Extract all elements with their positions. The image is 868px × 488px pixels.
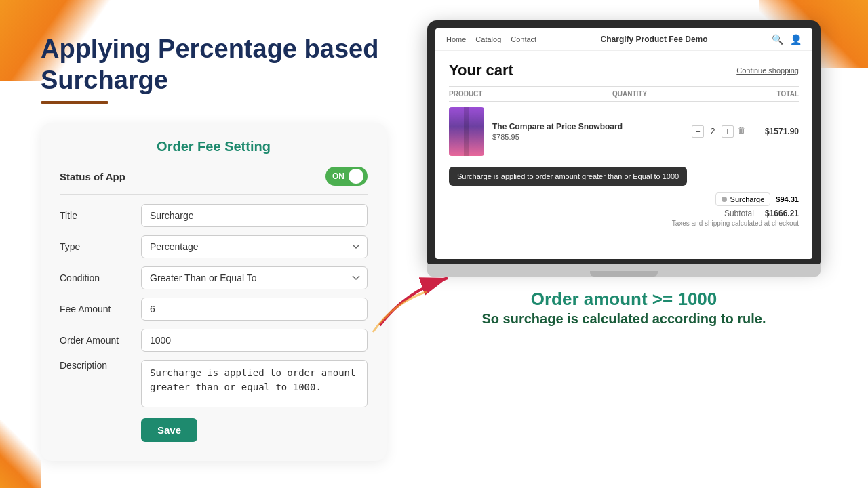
product-price: $785.95 [492,133,684,141]
search-icon[interactable]: 🔍 [772,34,783,45]
title-underline [41,101,108,104]
bottom-line2: So surchage is calculated according to r… [407,311,841,327]
surcharge-badge: Surcharge [715,192,771,206]
store-navbar: Home Catalog Contact Chargify Product Fe… [435,28,812,51]
fee-amount-label: Fee Amount [60,304,134,314]
cart-title: Your cart [449,62,513,79]
order-amount-label: Order Amount [60,335,134,346]
fee-amount-field-row: Fee Amount [60,298,368,321]
title-input[interactable] [141,204,368,227]
account-icon[interactable]: 👤 [790,34,802,45]
cart-content: Your cart Continue shopping PRODUCT QUAN… [435,51,812,238]
description-label: Description [60,360,134,371]
title-field-row: Title [60,204,368,227]
product-info: The Compare at Price Snowboard $785.95 [492,122,684,141]
page-title: Applying Percentage based Surcharge [41,34,387,96]
quantity-controls: − 2 + 🗑 [692,125,750,138]
description-field-row: Description Surcharge is applied to orde… [60,360,368,407]
surcharge-tooltip: Surcharge is applied to order amount gre… [449,167,687,186]
product-image [449,107,484,156]
subtotal-row: Subtotal $1666.21 [449,209,799,218]
nav-link-contact[interactable]: Contact [511,35,536,43]
toggle-circle [349,169,363,184]
delete-item-btn[interactable]: 🗑 [738,125,750,138]
tax-note: Taxes and shipping calculated at checkou… [449,220,799,227]
laptop-base [427,264,821,277]
nav-link-catalog[interactable]: Catalog [475,35,501,43]
store-nav-icons: 🔍 👤 [772,34,802,45]
order-amount-input[interactable] [141,329,368,352]
laptop-screen-outer: Home Catalog Contact Chargify Product Fe… [427,20,821,264]
toggle-label: ON [332,171,344,181]
order-amount-field-row: Order Amount [60,329,368,352]
type-field-label: Type [60,241,134,252]
type-field-row: Type Percentage [60,235,368,258]
save-button[interactable]: Save [141,418,197,442]
col-product: PRODUCT [449,90,482,98]
status-toggle[interactable]: ON [326,167,368,186]
col-quantity: QUANTITY [612,90,647,98]
subtotal-value: $1666.21 [765,209,799,218]
bottom-text: Order amount >= 1000 So surchage is calc… [407,289,841,327]
status-row: Status of App ON [60,167,368,195]
bottom-line1: Order amount >= 1000 [407,289,841,310]
col-total: TOTAL [777,90,799,98]
laptop-screen-inner: Home Catalog Contact Chargify Product Fe… [435,28,812,259]
continue-shopping-link[interactable]: Continue shopping [736,66,799,75]
nav-link-home[interactable]: Home [446,35,466,43]
product-name: The Compare at Price Snowboard [492,122,684,131]
cart-title-row: Your cart Continue shopping [449,62,799,79]
description-textarea[interactable]: Surcharge is applied to order amount gre… [141,360,368,407]
qty-decrease-btn[interactable]: − [692,125,704,138]
condition-select[interactable]: Greater Than or Equal To [141,266,368,289]
tooltip-area: Surcharge is applied to order amount gre… [449,163,799,190]
qty-increase-btn[interactable]: + [722,125,734,138]
form-card-title: Order Fee Setting [60,139,368,155]
form-card: Order Fee Setting Status of App ON Title… [41,123,387,461]
surcharge-amount: $94.31 [776,195,799,203]
surcharge-label: Surcharge [730,195,765,203]
arrow-graphic [359,258,468,346]
title-field-label: Title [60,210,134,221]
condition-field-label: Condition [60,272,134,283]
product-total: $1571.90 [758,127,799,136]
status-label: Status of App [60,171,125,182]
subtotal-label: Subtotal [724,209,754,218]
condition-field-row: Condition Greater Than or Equal To [60,266,368,289]
fee-amount-input[interactable] [141,298,368,321]
surcharge-dot [722,197,727,202]
laptop: Home Catalog Contact Chargify Product Fe… [427,20,821,277]
type-select[interactable]: Percentage [141,235,368,258]
cart-product-row: The Compare at Price Snowboard $785.95 −… [449,107,799,156]
surcharge-row: Surcharge $94.31 [449,192,799,206]
store-title: Chargify Product Fee Demo [601,35,708,44]
qty-value: 2 [708,127,717,136]
left-panel: Applying Percentage based Surcharge Orde… [0,0,420,488]
right-panel: Home Catalog Contact Chargify Product Fe… [407,0,868,488]
store-nav-links: Home Catalog Contact [446,35,536,43]
cart-table-header: PRODUCT QUANTITY TOTAL [449,86,799,102]
